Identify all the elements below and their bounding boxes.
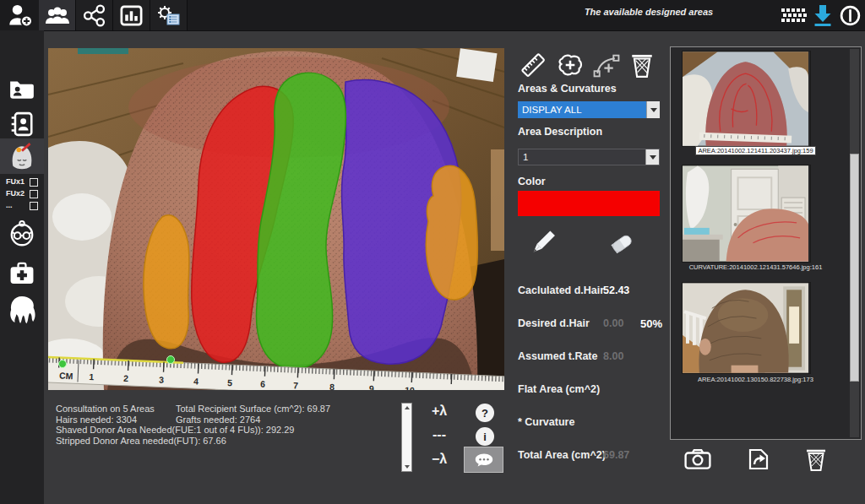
svg-text:4: 4	[193, 376, 199, 386]
contact-book-icon	[10, 111, 34, 137]
fu-option-checkbox[interactable]	[30, 202, 38, 210]
svg-text:6: 6	[260, 379, 265, 389]
pencil-icon	[526, 227, 558, 259]
ruler-icon	[518, 50, 548, 80]
calibration-point-icon[interactable]	[59, 360, 67, 368]
thumbnail-curvature-1-image	[683, 165, 808, 262]
calibration-point-icon[interactable]	[167, 356, 175, 364]
thumbnail-curvature-1[interactable]	[682, 165, 811, 263]
download-icon	[813, 4, 833, 27]
teal-cloth-top	[78, 48, 128, 54]
sidebar-item-patient-folder[interactable]	[0, 73, 44, 105]
fu-option-checkbox[interactable]	[30, 178, 38, 187]
bar-chart-icon	[120, 5, 143, 26]
gear-list-icon	[156, 4, 181, 27]
tab-statistics[interactable]	[113, 0, 150, 30]
add-curvature-icon	[593, 52, 621, 79]
scroll-up-icon[interactable]	[405, 406, 410, 409]
stat-label-desired-dhair: Desired d.Hair	[518, 317, 607, 329]
main-photo-canvas[interactable]: CM 1 2 3 4 5 6 7 8 9 10	[48, 48, 504, 390]
svg-text:8: 8	[329, 382, 335, 390]
export-icon	[747, 447, 770, 471]
application-window: The available designed areas	[0, 0, 865, 504]
tab-settings[interactable]	[150, 0, 188, 30]
svg-text:1: 1	[89, 371, 94, 382]
thumbnail-caption-text: AREA:20141002.121411.203437.jpg:159	[695, 146, 815, 155]
svg-text:2: 2	[123, 373, 128, 383]
summary-stripped-donor: Stripped Donor Area needed(FUT): 67.66	[56, 436, 394, 447]
add-patient-button[interactable]	[2, 0, 39, 30]
thumbnail-caption-text: CURVATURE:20141002.121431.57646.jpg:161	[689, 263, 823, 271]
area-description-dropdown[interactable]: 1	[518, 149, 660, 165]
network-share-icon	[83, 4, 106, 27]
download-button[interactable]	[808, 0, 838, 30]
sidebar-item-contacts[interactable]	[0, 108, 44, 140]
sidebar-item-medical-kit[interactable]	[0, 255, 44, 290]
designed-areas-panel: AREA:20141002.121411.203437.jpg:159	[670, 46, 862, 440]
sidebar-item-head-scope[interactable]	[0, 216, 44, 252]
scroll-down-icon[interactable]	[405, 465, 410, 469]
tab-share-network[interactable]	[76, 0, 113, 30]
stat-label-curvature: * Curvature	[518, 416, 636, 428]
sidebar-item-hair-design[interactable]	[0, 290, 44, 329]
info-button[interactable]: i	[476, 427, 494, 446]
capture-photo-button[interactable]	[683, 447, 713, 472]
tab-patients-group[interactable]	[39, 0, 76, 30]
status-hint-text: The available designed areas	[547, 7, 750, 17]
chevron-down-icon	[650, 108, 657, 112]
summary-hairs-needed: Hairs needed: 3304	[56, 415, 137, 425]
consultation-summary: Consultation on 5 Areas Total Recipient …	[56, 404, 394, 446]
trash-icon	[629, 51, 655, 79]
zoom-scrollbar[interactable]	[401, 403, 412, 472]
keyboard-icon	[781, 8, 807, 23]
lambda-reset-button[interactable]: ---	[421, 427, 458, 442]
fu-option-row-3[interactable]: ...	[0, 200, 44, 212]
fu-option-row-1[interactable]: FUx1	[0, 176, 44, 188]
power-button[interactable]	[835, 0, 865, 30]
measure-ruler-button[interactable]	[517, 49, 549, 81]
svg-text:5: 5	[227, 377, 232, 387]
dropdown-arrow-button[interactable]	[645, 149, 659, 165]
thumbnail-area-2[interactable]	[682, 282, 811, 374]
comment-button[interactable]	[464, 447, 503, 473]
lambda-increase-button[interactable]: +λ	[421, 404, 458, 419]
dropdown-arrow-button[interactable]	[646, 101, 660, 118]
display-filter-value: DISPLAY ALL	[518, 105, 646, 115]
export-image-button[interactable]	[745, 446, 772, 473]
keyboard-button[interactable]	[777, 0, 811, 30]
stat-label-flat-area: Flat Area (cm^2)	[518, 383, 636, 395]
patient-folder-icon	[8, 78, 35, 100]
thumbnail-caption: AREA:20141002.121411.203437.jpg:159	[660, 147, 851, 154]
area-color-swatch[interactable]	[518, 191, 660, 216]
group-icon	[45, 5, 70, 25]
eraser-icon	[607, 228, 637, 258]
head-design-icon	[8, 141, 36, 171]
stat-value-assumed-trate: 8.00	[603, 350, 640, 362]
fu-option-checkbox[interactable]	[30, 190, 38, 198]
add-curvature-button[interactable]	[590, 49, 623, 81]
trash-icon	[804, 447, 828, 472]
thumbnail-area-1[interactable]	[682, 51, 811, 147]
person-add-icon	[8, 3, 33, 28]
add-area-icon	[555, 51, 585, 79]
thumbnail-area-2-image	[683, 283, 808, 373]
left-sidebar: FUx1 FUx2 ...	[0, 30, 44, 504]
thumbnail-caption: AREA:20141002.130150.822738.jpg:173	[660, 376, 851, 383]
svg-text:10: 10	[405, 385, 415, 390]
add-area-button[interactable]	[554, 49, 586, 81]
delete-image-button[interactable]	[802, 445, 830, 474]
lambda-decrease-button[interactable]: −λ	[421, 452, 458, 467]
help-button[interactable]: ?	[476, 404, 494, 422]
eraser-button[interactable]	[603, 225, 640, 262]
sidebar-item-head-design[interactable]	[0, 138, 44, 174]
thumbnail-caption-text: AREA:20141002.130150.822738.jpg:173	[698, 376, 813, 383]
summary-shaved-donor: Shaved Donor Area Needed(FUE:1 out of 4 …	[56, 425, 394, 436]
draw-pencil-button[interactable]	[524, 225, 561, 262]
delete-area-button[interactable]	[626, 49, 658, 81]
area-orange-right[interactable]	[426, 165, 477, 300]
camera-icon	[684, 448, 711, 470]
fu-option-row-2[interactable]: FUx2	[0, 188, 44, 200]
color-label: Color	[518, 176, 546, 187]
areas-curvatures-label: Areas & Curvatures	[518, 83, 617, 95]
display-filter-dropdown[interactable]: DISPLAY ALL	[518, 101, 660, 118]
